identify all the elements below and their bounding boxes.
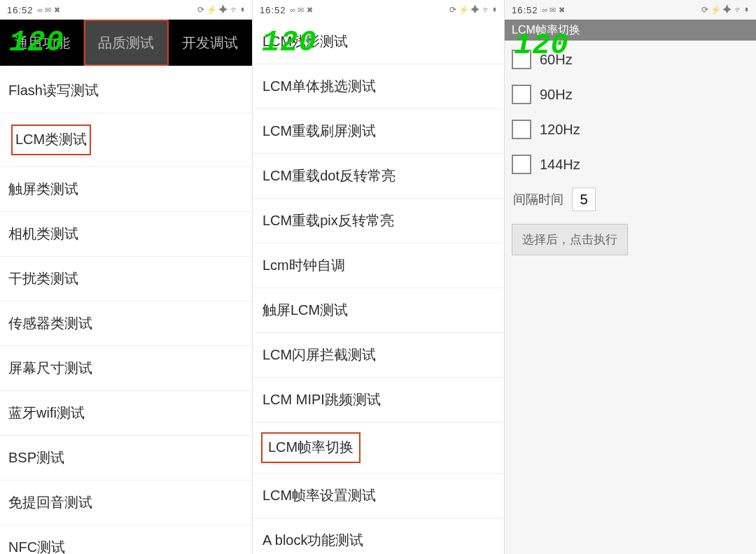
list-item[interactable]: NFC测试: [0, 525, 252, 554]
list-item[interactable]: LCM闪屏拦截测试: [253, 333, 504, 378]
list-item[interactable]: BSP测试: [0, 436, 252, 481]
checkbox-icon[interactable]: [512, 50, 531, 69]
list-item[interactable]: Lcm时钟自调: [253, 243, 504, 288]
run-button[interactable]: 选择后，点击执行: [512, 224, 628, 255]
option-60hz[interactable]: 60Hz: [505, 42, 756, 77]
clock-text: 16:52: [7, 5, 34, 15]
option-label: 90Hz: [540, 87, 573, 103]
interval-input[interactable]: 5: [572, 187, 596, 211]
list-item[interactable]: LCM MIPI跳频测试: [253, 378, 504, 422]
option-label: 120Hz: [540, 122, 580, 138]
status-right-icons: ⟳ ⚡ ✦ ᯤ ▮: [197, 5, 245, 15]
panel-lcm-tests: 16:52 ∞ ✉ ✖ ⟳ ⚡ ✦ ᯤ ▮ 120 LCM残影测试 LCM单体挑…: [252, 0, 504, 554]
option-144hz[interactable]: 144Hz: [505, 147, 756, 182]
list-item-frame-switch[interactable]: LCM帧率切换: [260, 431, 362, 464]
list-item[interactable]: LCM残影测试: [253, 20, 504, 64]
clock-text: 16:52: [512, 5, 538, 15]
option-90hz[interactable]: 90Hz: [505, 77, 756, 112]
checkbox-icon[interactable]: [512, 85, 531, 104]
list-item[interactable]: LCM重载dot反转常亮: [253, 154, 504, 199]
status-left-icons: ∞ ✉ ✖: [542, 6, 565, 15]
panel-quality-test: 16:52 ∞ ✉ ✖ ⟳ ⚡ ✦ ᯤ ▮ 120 通用功能 品质测试 开发调试…: [0, 0, 252, 554]
interval-label: 间隔时间: [513, 191, 564, 208]
list-item[interactable]: 蓝牙wifi测试: [0, 391, 252, 436]
list-item[interactable]: 传感器类测试: [0, 301, 252, 346]
list-item[interactable]: 免提回音测试: [0, 481, 252, 525]
list-item[interactable]: 屏幕尺寸测试: [0, 346, 252, 391]
option-label: 60Hz: [540, 52, 573, 68]
hz-options: 60Hz 90Hz 120Hz 144Hz: [505, 41, 756, 182]
status-right-icons: ⟳ ⚡ ✦ ᯤ ▮: [701, 5, 749, 15]
status-left-icons: ∞ ✉ ✖: [38, 6, 60, 15]
checkbox-icon[interactable]: [512, 120, 531, 139]
option-label: 144Hz: [540, 157, 580, 173]
tab-quality[interactable]: 品质测试: [84, 20, 168, 66]
lcm-test-list: LCM残影测试 LCM单体挑选测试 LCM重载刷屏测试 LCM重载dot反转常亮…: [253, 20, 504, 554]
checkbox-icon[interactable]: [512, 155, 531, 174]
status-bar: 16:52 ∞ ✉ ✖ ⟳ ⚡ ✦ ᯤ ▮: [253, 0, 504, 20]
list-item[interactable]: Flash读写测试: [0, 69, 252, 113]
status-bar: 16:52 ∞ ✉ ✖ ⟳ ⚡ ✦ ᯤ ▮: [0, 0, 252, 20]
panel-frame-rate-switch: 16:52 ∞ ✉ ✖ ⟳ ⚡ ✦ ᯤ ▮ LCM帧率切换 120 60Hz 9…: [504, 0, 756, 554]
tab-bar: 通用功能 品质测试 开发调试: [0, 20, 252, 66]
tab-dev[interactable]: 开发调试: [169, 20, 252, 66]
list-item[interactable]: LCM重载刷屏测试: [253, 109, 504, 154]
screen-title: LCM帧率切换: [505, 20, 756, 41]
tab-general[interactable]: 通用功能: [0, 20, 84, 66]
list-item[interactable]: LCM单体挑选测试: [253, 64, 504, 109]
list-item[interactable]: LCM重载pix反转常亮: [253, 199, 504, 243]
option-120hz[interactable]: 120Hz: [505, 112, 756, 147]
clock-text: 16:52: [260, 5, 286, 15]
list-item[interactable]: A block功能测试: [253, 518, 504, 554]
list-item[interactable]: 触屏类测试: [0, 167, 252, 212]
list-item-lcm[interactable]: LCM类测试: [8, 122, 94, 158]
list-item[interactable]: 相机类测试: [0, 212, 252, 257]
interval-row: 间隔时间 5: [505, 182, 756, 218]
status-left-icons: ∞ ✉ ✖: [290, 6, 313, 15]
list-item[interactable]: LCM帧率设置测试: [253, 474, 504, 518]
list-item[interactable]: 干扰类测试: [0, 257, 252, 301]
status-bar: 16:52 ∞ ✉ ✖ ⟳ ⚡ ✦ ᯤ ▮: [505, 0, 756, 20]
test-category-list: Flash读写测试 LCM类测试 触屏类测试 相机类测试 干扰类测试 传感器类测…: [0, 66, 252, 554]
status-right-icons: ⟳ ⚡ ✦ ᯤ ▮: [449, 5, 497, 15]
list-item[interactable]: 触屏LCM测试: [253, 288, 504, 333]
